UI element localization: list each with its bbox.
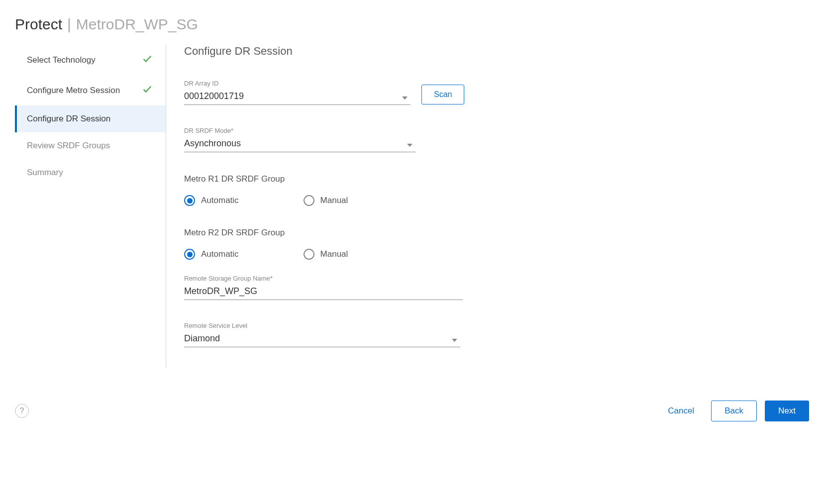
dr-array-id-label: DR Array ID (184, 80, 411, 87)
dr-array-id-select[interactable]: 000120001719 (184, 89, 411, 105)
remote-sg-name-value: MetroDR_WP_SG (184, 286, 257, 296)
wizard-step-label: Review SRDF Groups (27, 141, 110, 151)
dr-srdf-mode-select[interactable]: Asynchronous (184, 136, 415, 152)
r1-automatic-label: Automatic (201, 196, 239, 205)
dr-array-id-value: 000120001719 (184, 91, 244, 101)
remote-service-level-label: Remote Service Level (184, 322, 460, 329)
r2-manual-label: Manual (320, 249, 348, 259)
remote-sg-name-input[interactable]: MetroDR_WP_SG (184, 284, 463, 300)
wizard-step-label: Configure DR Session (27, 114, 110, 124)
content-panel[interactable]: Configure DR Session DR Array ID 0001200… (166, 45, 826, 368)
dr-srdf-mode-value: Asynchronous (184, 138, 241, 148)
page-title-main: Protect (15, 16, 62, 33)
remote-service-level-select[interactable]: Diamond (184, 331, 460, 347)
r2-automatic-label: Automatic (201, 249, 239, 259)
wizard-step-select-technology[interactable]: Select Technology (15, 45, 166, 75)
wizard-step-label: Configure Metro Session (27, 86, 120, 96)
content-title: Configure DR Session (184, 45, 826, 58)
dr-array-id-field: DR Array ID 000120001719 (184, 80, 411, 105)
dr-srdf-mode-label: DR SRDF Mode* (184, 127, 415, 134)
wizard-step-label: Summary (27, 168, 63, 178)
wizard-nav: Select Technology Configure Metro Sessio… (15, 45, 166, 368)
back-button[interactable]: Back (711, 401, 757, 421)
page-header: Protect | MetroDR_WP_SG (0, 0, 827, 45)
r1-manual-label: Manual (320, 196, 348, 205)
footer: ? Cancel Back Next (0, 401, 827, 421)
wizard-step-summary[interactable]: Summary (15, 159, 166, 186)
r1-automatic-radio[interactable]: Automatic (184, 195, 239, 206)
wizard-step-review-srdf-groups[interactable]: Review SRDF Groups (15, 132, 166, 159)
radio-unselected-icon (304, 249, 314, 260)
scan-button[interactable]: Scan (421, 85, 464, 104)
remote-sg-name-label: Remote Storage Group Name* (184, 275, 463, 282)
wizard-step-configure-dr-session[interactable]: Configure DR Session (15, 105, 166, 132)
help-icon[interactable]: ? (15, 404, 29, 418)
wizard-step-label: Select Technology (27, 55, 96, 65)
wizard-step-configure-metro-session[interactable]: Configure Metro Session (15, 75, 166, 105)
chevron-down-icon (452, 334, 457, 344)
radio-selected-icon (184, 195, 195, 206)
dr-srdf-mode-field: DR SRDF Mode* Asynchronous (184, 127, 415, 152)
remote-sg-name-field: Remote Storage Group Name* MetroDR_WP_SG (184, 275, 463, 300)
remote-service-level-value: Diamond (184, 333, 220, 343)
page-title-separator: | (67, 16, 71, 33)
cancel-button[interactable]: Cancel (659, 401, 703, 421)
r2-automatic-radio[interactable]: Automatic (184, 249, 239, 260)
r2-manual-radio[interactable]: Manual (304, 249, 348, 260)
page-title-sub: MetroDR_WP_SG (76, 16, 198, 33)
radio-unselected-icon (304, 195, 314, 206)
chevron-down-icon (402, 92, 408, 102)
check-icon (142, 53, 153, 67)
r2-group-heading: Metro R2 DR SRDF Group (184, 228, 826, 238)
r1-group-heading: Metro R1 DR SRDF Group (184, 174, 826, 184)
next-button[interactable]: Next (765, 401, 809, 421)
radio-selected-icon (184, 249, 195, 260)
r1-manual-radio[interactable]: Manual (304, 195, 348, 206)
chevron-down-icon (407, 139, 413, 149)
remote-service-level-field: Remote Service Level Diamond (184, 322, 460, 347)
check-icon (142, 84, 153, 97)
